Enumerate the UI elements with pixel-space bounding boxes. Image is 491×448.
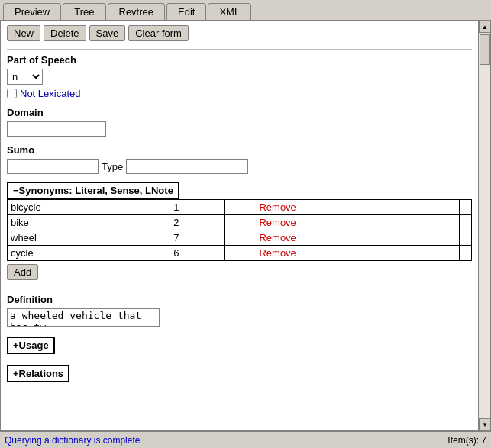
synonym-sense-0: 1 [170,200,225,215]
sumo-input[interactable] [7,159,99,174]
definition-textarea[interactable] [7,308,160,327]
clear-form-button[interactable]: Clear form [128,25,189,41]
sumo-section: Sumo Type [7,144,472,174]
toolbar: New Delete Save Clear form [7,25,472,41]
synonym-remove-cell-2: Remove [254,230,460,246]
synonym-sense-1: 2 [170,215,225,230]
synonyms-table: bicycle 1 Remove bike 2 Remove wheel 7 [7,199,472,261]
synonym-remove-cell-3: Remove [254,246,460,261]
remove-button-1[interactable]: Remove [257,217,297,228]
add-synonym-button[interactable]: Add [7,264,38,280]
synonym-literal-3: cycle [8,246,170,261]
status-bar: Querying a dictionary is complete Item(s… [0,431,491,448]
remove-button-2[interactable]: Remove [257,232,297,243]
definition-section: Definition [7,294,472,329]
not-lexicated-checkbox[interactable] [7,89,17,98]
delete-button[interactable]: Delete [44,25,86,41]
synonym-extra-2 [460,230,472,246]
sumo-row: Type [7,159,472,174]
synonym-extra-3 [460,246,472,261]
new-button[interactable]: New [7,25,40,41]
type-input[interactable] [126,159,248,174]
relations-header[interactable]: +Relations [7,365,69,382]
not-lexicated-label: Not Lexicated [20,88,81,99]
toolbar-divider [7,49,472,50]
domain-input[interactable] [7,121,106,137]
part-of-speech-section: Part of Speech n v adj adv Not Lexicated [7,54,472,99]
synonyms-section: −Synonyms: Literal, Sense, LNote bicycle… [7,182,472,286]
main-area: New Delete Save Clear form Part of Speec… [0,20,491,431]
scrollbar[interactable]: ▲ ▼ [478,21,490,430]
relations-section: +Relations [7,365,472,385]
save-button[interactable]: Save [89,25,126,41]
synonym-lnote-0 [225,200,254,215]
synonym-remove-cell-0: Remove [254,200,460,215]
synonym-extra-1 [460,215,472,230]
table-row: cycle 6 Remove [8,246,472,261]
status-item-count: Item(s): 7 [447,435,486,446]
tab-tree[interactable]: Tree [63,3,105,20]
scrollbar-thumb[interactable] [480,34,490,65]
scrollbar-track[interactable] [479,33,490,418]
sumo-label: Sumo [7,144,472,156]
domain-label: Domain [7,107,472,118]
remove-button-0[interactable]: Remove [257,201,297,213]
definition-label: Definition [7,294,472,305]
tab-revtree[interactable]: Revtree [108,3,166,20]
tab-preview[interactable]: Preview [3,3,61,20]
synonym-lnote-3 [225,246,254,261]
table-row: wheel 7 Remove [8,230,472,246]
synonym-literal-2: wheel [8,230,170,246]
not-lexicated-row: Not Lexicated [7,88,472,99]
synonym-literal-1: bike [8,215,170,230]
table-row: bicycle 1 Remove [8,200,472,215]
synonym-lnote-1 [225,215,254,230]
pos-select[interactable]: n v adj adv [7,69,43,85]
pos-label: Part of Speech [7,54,472,66]
scroll-up-button[interactable]: ▲ [479,21,491,33]
usage-section: +Usage [7,337,472,357]
tab-xml[interactable]: XML [208,3,251,20]
table-row: bike 2 Remove [8,215,472,230]
status-query-text: Querying a dictionary is complete [5,435,140,446]
synonym-sense-2: 7 [170,230,225,246]
synonym-extra-0 [460,200,472,215]
tab-bar: Preview Tree Revtree Edit XML [0,0,491,20]
synonym-literal-0: bicycle [8,200,170,215]
usage-header[interactable]: +Usage [7,337,55,354]
synonym-lnote-2 [225,230,254,246]
synonym-sense-3: 6 [170,246,225,261]
content-area: New Delete Save Clear form Part of Speec… [1,21,478,430]
synonym-remove-cell-1: Remove [254,215,460,230]
remove-button-3[interactable]: Remove [257,247,297,259]
scroll-down-button[interactable]: ▼ [479,418,491,430]
type-label: Type [102,161,123,172]
synonyms-header[interactable]: −Synonyms: Literal, Sense, LNote [7,182,179,199]
tab-edit[interactable]: Edit [166,3,206,20]
domain-section: Domain [7,107,472,137]
